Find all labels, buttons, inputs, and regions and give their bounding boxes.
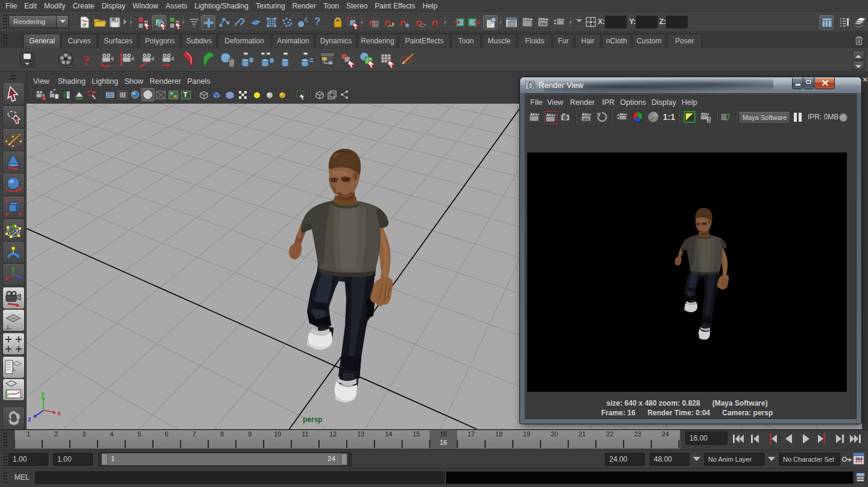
svg-text:21: 21	[578, 430, 586, 438]
svg-text:?: ?	[83, 52, 90, 68]
svg-text:24: 24	[662, 430, 669, 438]
svg-text:8: 8	[220, 430, 224, 438]
svg-text:x: x	[57, 409, 62, 416]
svg-text:IPR: IPR	[583, 118, 589, 121]
svg-text:22: 22	[606, 430, 613, 438]
svg-text:16: 16	[440, 439, 447, 446]
svg-text:3: 3	[82, 430, 86, 438]
svg-text:11: 11	[302, 430, 308, 438]
svg-text:5: 5	[138, 430, 141, 438]
svg-text:16: 16	[440, 430, 447, 438]
svg-text:z: z	[28, 415, 31, 423]
svg-text:13: 13	[357, 430, 364, 438]
svg-text:4: 4	[110, 430, 113, 438]
svg-text:T: T	[183, 91, 188, 98]
svg-text:14: 14	[385, 430, 392, 438]
svg-text:1: 1	[27, 430, 30, 438]
svg-text:IPR: IPR	[540, 22, 546, 26]
svg-text:20: 20	[551, 430, 558, 438]
svg-text:17: 17	[467, 430, 475, 438]
svg-text:y: y	[41, 390, 45, 397]
svg-text:12: 12	[329, 430, 337, 438]
svg-text:19: 19	[523, 430, 530, 438]
svg-text:9: 9	[248, 430, 252, 438]
svg-text:18: 18	[495, 430, 502, 438]
svg-text:6: 6	[165, 430, 168, 438]
svg-text:15: 15	[413, 430, 420, 438]
svg-text:7: 7	[192, 430, 196, 438]
svg-text:persp: persp	[303, 415, 323, 424]
svg-text:23: 23	[634, 430, 641, 438]
svg-text:2: 2	[54, 430, 58, 438]
svg-text:10: 10	[274, 430, 281, 438]
